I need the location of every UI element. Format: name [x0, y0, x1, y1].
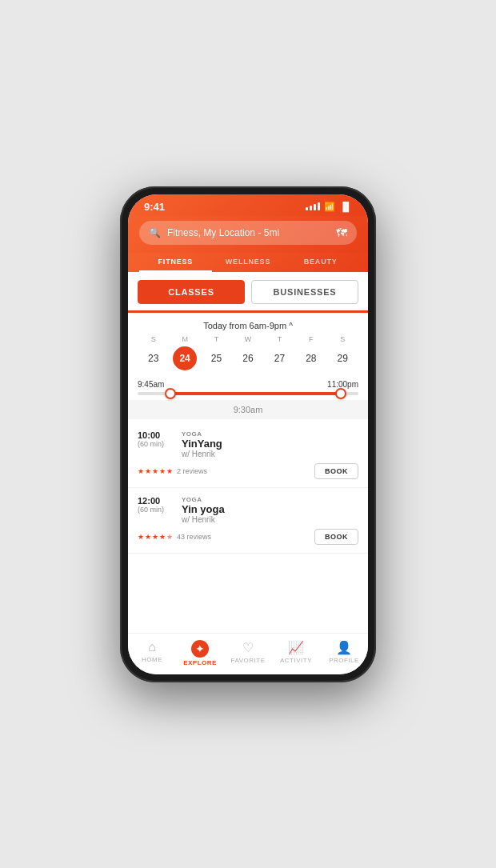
tab-wellness[interactable]: WELLNESS	[212, 253, 285, 272]
favorite-icon: ♡	[242, 640, 254, 655]
class-time-main-1: 10:00	[138, 430, 174, 440]
class-duration-2: (60 min)	[138, 506, 174, 514]
class-stars-2: ★ ★ ★ ★ ★ 43 reviews	[138, 533, 211, 541]
star2: ★	[145, 467, 151, 475]
wifi-icon: 📶	[324, 202, 335, 212]
reviews-count-2: 43 reviews	[177, 533, 211, 541]
class-time-2: 12:00 (60 min)	[138, 496, 174, 524]
class-time-main-2: 12:00	[138, 496, 174, 506]
nav-profile[interactable]: 👤 PROFILE	[320, 640, 368, 666]
date-header[interactable]: Today from 6am-9pm ^	[128, 313, 368, 335]
book-button-2[interactable]: BOOK	[314, 529, 358, 545]
divider-time: 9:30am	[234, 405, 263, 414]
day-label-f: F	[299, 335, 323, 343]
slider-thumb-right[interactable]	[335, 388, 346, 399]
nav-favorite-label: FAVORITE	[231, 657, 266, 664]
class-time-1: 10:00 (60 min)	[138, 430, 174, 458]
class-stars-1: ★ ★ ★ ★ ★ 2 reviews	[138, 467, 207, 475]
phone-screen: 9:41 📶 ▐▌ 🔍 Fitness, My Location - 5mi 🗺	[128, 194, 368, 674]
status-icons: 📶 ▐▌	[306, 202, 352, 212]
tab-fitness[interactable]: FITNESS	[139, 253, 212, 272]
class-item-1: 10:00 (60 min) YOGA YinYang w/ Henrik ★ …	[128, 422, 368, 488]
nav-home[interactable]: ⌂ HOME	[128, 640, 176, 666]
day-label-s2: S	[330, 335, 354, 343]
class-type-1: YOGA	[182, 430, 358, 438]
profile-icon: 👤	[336, 640, 352, 655]
nav-activity[interactable]: 📈 ACTIVITY	[272, 640, 320, 666]
map-icon: 🗺	[336, 226, 347, 239]
battery-icon: ▐▌	[339, 202, 352, 211]
toggle-section: CLASSES BUSINESSES	[128, 272, 368, 304]
nav-favorite[interactable]: ♡ FAVORITE	[224, 640, 272, 666]
tab-beauty[interactable]: BEAUTY	[284, 253, 357, 272]
class-bottom-row-2: ★ ★ ★ ★ ★ 43 reviews BOOK	[138, 529, 358, 545]
explore-icon: ✦	[191, 640, 209, 658]
category-tabs: FITNESS WELLNESS BEAUTY	[128, 253, 368, 272]
slider-track	[138, 392, 358, 395]
class-instructor-1: w/ Henrik	[182, 450, 358, 458]
star4: ★	[159, 467, 166, 475]
class-type-2: YOGA	[182, 496, 358, 503]
main-content: Today from 6am-9pm ^ S M T W T F S 23 24…	[128, 313, 368, 633]
day-label-t2: T	[267, 335, 291, 343]
slider-thumb-left[interactable]	[165, 388, 176, 399]
home-icon: ⌂	[148, 640, 156, 654]
star3: ★	[152, 467, 158, 475]
time-range: 9:45am 11:00pm	[128, 377, 368, 392]
phone-frame: 9:41 📶 ▐▌ 🔍 Fitness, My Location - 5mi 🗺	[120, 186, 376, 682]
time-slider[interactable]	[128, 392, 368, 395]
status-time: 9:41	[144, 201, 165, 213]
cal-date-23[interactable]: 23	[142, 346, 166, 370]
search-text: Fitness, My Location - 5mi	[167, 227, 330, 238]
cal-date-28[interactable]: 28	[299, 346, 323, 370]
star2-1: ★	[138, 533, 144, 541]
cal-date-26[interactable]: 26	[236, 346, 260, 370]
class-name-2: Yin yoga	[182, 503, 358, 515]
reviews-count-1: 2 reviews	[177, 467, 207, 475]
businesses-button[interactable]: BUSINESSES	[251, 280, 358, 304]
nav-home-label: HOME	[142, 656, 162, 663]
class-item-2: 12:00 (60 min) YOGA Yin yoga w/ Henrik ★…	[128, 488, 368, 554]
day-label-m: M	[173, 335, 197, 343]
time-end: 11:00pm	[327, 380, 358, 389]
star2-2: ★	[145, 533, 151, 541]
day-label-s1: S	[142, 335, 166, 343]
search-bar[interactable]: 🔍 Fitness, My Location - 5mi 🗺	[139, 221, 357, 245]
nav-explore-label: EXPLORE	[183, 659, 217, 666]
nav-explore[interactable]: ✦ EXPLORE	[176, 640, 224, 666]
date-header-text: Today from 6am-9pm	[203, 321, 286, 330]
search-icon: 🔍	[149, 227, 161, 238]
class-top-row-1: 10:00 (60 min) YOGA YinYang w/ Henrik	[138, 430, 358, 458]
cal-date-29[interactable]: 29	[330, 346, 354, 370]
nav-activity-label: ACTIVITY	[280, 657, 312, 664]
status-bar: 9:41 📶 ▐▌	[128, 194, 368, 216]
cal-date-25[interactable]: 25	[205, 346, 229, 370]
time-start: 9:45am	[138, 380, 164, 389]
slider-fill	[170, 392, 341, 395]
class-top-row-2: 12:00 (60 min) YOGA Yin yoga w/ Henrik	[138, 496, 358, 524]
star2-5-half: ★	[166, 533, 173, 541]
day-label-w: W	[236, 335, 260, 343]
calendar-day-labels: S M T W T F S	[138, 335, 358, 343]
nav-profile-label: PROFILE	[329, 657, 359, 664]
activity-icon: 📈	[288, 640, 304, 655]
classes-button[interactable]: CLASSES	[138, 280, 245, 304]
class-duration-1: (60 min)	[138, 440, 174, 448]
calendar-dates: 23 24 25 26 27 28 29	[138, 346, 358, 370]
signal-icon	[306, 202, 320, 210]
time-divider: 9:30am	[128, 400, 368, 419]
class-info-2: YOGA Yin yoga w/ Henrik	[182, 496, 358, 524]
cal-date-24-today[interactable]: 24	[173, 346, 197, 370]
bottom-nav: ⌂ HOME ✦ EXPLORE ♡ FAVORITE 📈 ACTIVITY 👤…	[128, 633, 368, 674]
header: 🔍 Fitness, My Location - 5mi 🗺	[128, 216, 368, 253]
class-instructor-2: w/ Henrik	[182, 515, 358, 524]
star5: ★	[166, 467, 173, 475]
star1: ★	[138, 467, 144, 475]
star2-3: ★	[152, 533, 158, 541]
calendar: S M T W T F S 23 24 25 26 27 28 29	[128, 335, 368, 370]
class-name-1: YinYang	[182, 438, 358, 450]
book-button-1[interactable]: BOOK	[314, 463, 358, 479]
cal-date-27[interactable]: 27	[267, 346, 291, 370]
day-label-t1: T	[205, 335, 229, 343]
chevron-up-icon: ^	[289, 322, 293, 330]
